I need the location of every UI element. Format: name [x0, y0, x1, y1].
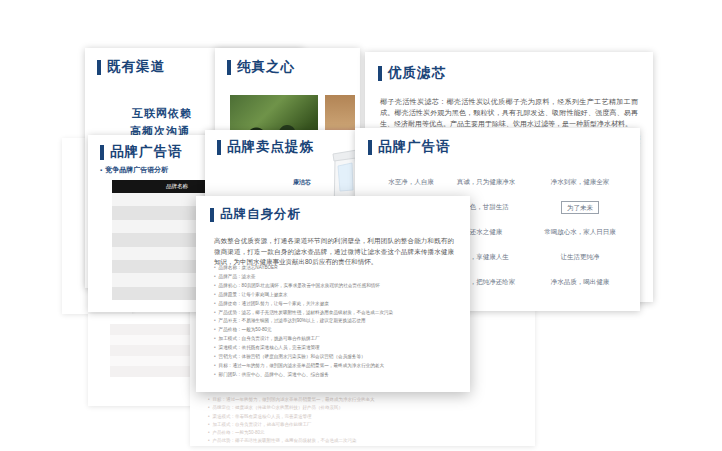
analysis-bullet: 产品价格：一般为50-80元: [214, 326, 393, 335]
title-bar-icon: [368, 140, 372, 155]
card-title-row: 品牌广告语: [368, 138, 451, 156]
title-bar-icon: [100, 145, 104, 160]
ghost-bullet-list: 目标：通过一年的努力，做到国内滤水壶单品销量第一，最终成为净水行业的老大 品牌定…: [208, 396, 375, 446]
card-title: 优质滤芯: [388, 64, 446, 82]
card-title: 品牌广告语: [110, 143, 183, 161]
analysis-bullet: 营销方式：体验营销（硬度自测水污染实验）和会议营销（会员服务等）: [214, 353, 393, 362]
card-title: 纯真之心: [237, 58, 295, 76]
section-bullet: 竞争品牌广告语分析: [100, 165, 168, 175]
card-title: 品牌卖点提炼: [227, 138, 314, 156]
slogan-cell: 净水到家，健康全家: [525, 176, 635, 188]
filter-description: 椰子壳活性炭滤芯：椰壳活性炭以优质椰子壳为原料，经系列生产工艺精加工而成。椰壳活…: [380, 96, 638, 129]
ghost-bullet: 渠道模式：带着既有渠道核心人员，完善渠道管理: [208, 413, 375, 421]
card-title: 品牌广告语: [378, 138, 451, 156]
card-title-row: 纯真之心: [227, 58, 295, 76]
slogan-cell: 净水品质，喝出健康: [525, 276, 635, 288]
card-title: 品牌自身分析: [220, 206, 301, 223]
analysis-bullet: 品牌初心：80后团队壮志满怀，实事求是改善中国水质现状的社会责任感和情怀: [214, 282, 393, 291]
card-title-row: 品牌卖点提炼: [217, 138, 314, 156]
channel-item: 互联网依赖: [132, 106, 192, 121]
slogan-cell-boxed: 为了未来: [525, 201, 635, 213]
slides-collage: 海尔 安之星 3M 小米 苏泊尔 目标：通过一年的努力，做到国内滤水壶单品销量第…: [0, 0, 722, 451]
analysis-bullet: 品牌愿景：让每个家庭喝上健康水: [214, 291, 393, 300]
analysis-bullet: 产品优势：滤芯，椰子壳活性炭吸附性强，滤材料选用食品级材质，不会造成二次污染: [214, 309, 393, 318]
card-title-row: 品牌广告语: [100, 143, 183, 161]
analysis-bullet: 部门团队：供应中心、品牌中心、渠道中心、综合服务: [214, 371, 393, 380]
card-title: 既有渠道: [107, 58, 165, 76]
analysis-paragraph: 高效整合优质资源，打通各渠道环节间的利润壁垒，利用团队的整合能力和既有的微商渠道…: [214, 236, 454, 268]
analysis-bullet: 品牌名称：康洁芯NAYBOER: [214, 264, 393, 273]
slogan-cell: 水至净，人自康: [375, 176, 447, 188]
ghost-bullet: 目标：通过一年的努力，做到国内滤水壶单品销量第一，最终成为净水行业的老大: [208, 396, 375, 404]
title-bar-icon: [217, 140, 221, 155]
slogan-cell: 让生活更纯净: [525, 251, 635, 263]
ghost-bullet: 加工模式：自身负责设计，挑选可靠合作贴牌工厂: [208, 421, 375, 429]
ghost-bullet: 品牌定位：健康滤水（传递放心水的黑科技）好产品（价格亲民）: [208, 404, 375, 412]
analysis-bullet: 目标：通过一年的努力，做到国内滤水壶单品销量第一，最终成为净水行业的老大: [214, 362, 393, 371]
card-title-row: 品牌自身分析: [210, 206, 301, 223]
analysis-bullet: 产品补充：不易滋生细菌，过滤率达到90%以上，建议定期更换滤芯使用: [214, 317, 393, 326]
title-bar-icon: [227, 60, 231, 75]
analysis-bullet: 品牌产品：滤水壶: [214, 273, 393, 282]
slide-card-self-analysis[interactable]: 品牌自身分析 高效整合优质资源，打通各渠道环节间的利润壁垒，利用团队的整合能力和…: [196, 196, 470, 392]
analysis-bullet-list: 品牌名称：康洁芯NAYBOER 品牌产品：滤水壶 品牌初心：80后团队壮志满怀，…: [214, 264, 393, 380]
ghost-bullet: 产品价格：一般为50-80元: [208, 429, 375, 437]
title-bar-icon: [210, 208, 214, 222]
brand-name-label: 康洁芯: [293, 178, 311, 187]
ghost-bullet: 产品优势：椰子壳活性炭吸附性强，选用食品级材质，不会造成二次污染: [208, 437, 375, 445]
card-title-row: 优质滤芯: [378, 64, 446, 82]
card-title-row: 既有渠道: [97, 58, 165, 76]
slogan-cell: 真诚，只为健康净水: [449, 176, 523, 188]
title-bar-icon: [378, 66, 382, 81]
slogan-cell: 常喝放心水，家人日日康: [525, 226, 635, 238]
boxed-slogan: 为了未来: [561, 201, 599, 214]
analysis-bullet: 渠道模式：依托既有渠道核心人员，完善渠道管理: [214, 344, 393, 353]
analysis-bullet: 加工模式：自身负责设计，挑选可靠合作贴牌工厂: [214, 335, 393, 344]
title-bar-icon: [97, 60, 101, 75]
analysis-bullet: 品牌使命：通过团队努力，让每一个家庭，关注水健康: [214, 300, 393, 309]
